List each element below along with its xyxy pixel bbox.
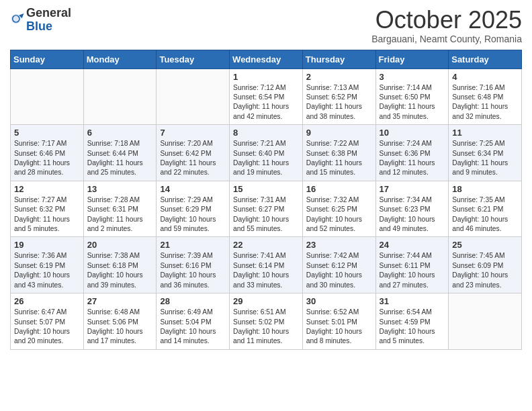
day-info: Sunrise: 7:16 AMSunset: 6:48 PMDaylight:…	[452, 83, 519, 122]
day-info: Sunrise: 7:34 AMSunset: 6:23 PMDaylight:…	[380, 195, 446, 234]
day-number: 17	[380, 184, 446, 194]
day-number: 29	[233, 296, 300, 306]
calendar-cell: 5Sunrise: 7:17 AMSunset: 6:46 PMDaylight…	[11, 125, 84, 181]
calendar-cell: 24Sunrise: 7:44 AMSunset: 6:11 PMDayligh…	[375, 237, 449, 293]
calendar-header-row: SundayMondayTuesdayWednesdayThursdayFrid…	[11, 50, 522, 68]
day-number: 13	[87, 184, 154, 194]
day-number: 22	[233, 240, 300, 250]
calendar-cell: 10Sunrise: 7:24 AMSunset: 6:36 PMDayligh…	[375, 125, 449, 181]
calendar-cell: 22Sunrise: 7:41 AMSunset: 6:14 PMDayligh…	[230, 237, 303, 293]
calendar-cell: 23Sunrise: 7:42 AMSunset: 6:12 PMDayligh…	[302, 237, 375, 293]
logo-icon	[10, 11, 25, 26]
month-title: October 2025	[371, 7, 522, 34]
day-info: Sunrise: 7:25 AMSunset: 6:34 PMDaylight:…	[452, 139, 519, 178]
calendar-cell: 6Sunrise: 7:18 AMSunset: 6:44 PMDaylight…	[83, 125, 157, 181]
calendar-cell: 18Sunrise: 7:35 AMSunset: 6:21 PMDayligh…	[449, 181, 522, 237]
title-block: October 2025 Bargauani, Neamt County, Ro…	[371, 7, 522, 44]
day-number: 1	[233, 72, 300, 82]
day-info: Sunrise: 6:51 AMSunset: 5:02 PMDaylight:…	[233, 308, 300, 347]
calendar-cell: 30Sunrise: 6:52 AMSunset: 5:01 PMDayligh…	[302, 293, 375, 350]
day-info: Sunrise: 7:44 AMSunset: 6:11 PMDaylight:…	[380, 251, 446, 290]
calendar-cell	[157, 68, 230, 125]
calendar-cell: 1Sunrise: 7:12 AMSunset: 6:54 PMDaylight…	[230, 68, 303, 125]
day-info: Sunrise: 7:29 AMSunset: 6:29 PMDaylight:…	[160, 195, 226, 234]
day-number: 16	[306, 184, 373, 194]
day-number: 27	[87, 296, 154, 306]
day-number: 25	[452, 240, 519, 250]
calendar-cell: 16Sunrise: 7:32 AMSunset: 6:25 PMDayligh…	[302, 181, 375, 237]
calendar-week-row: 19Sunrise: 7:36 AMSunset: 6:19 PMDayligh…	[11, 237, 522, 293]
day-number: 20	[87, 240, 154, 250]
day-number: 26	[14, 296, 81, 306]
location-subtitle: Bargauani, Neamt County, Romania	[371, 34, 522, 44]
calendar-cell: 25Sunrise: 7:45 AMSunset: 6:09 PMDayligh…	[449, 237, 522, 293]
calendar-cell: 27Sunrise: 6:48 AMSunset: 5:06 PMDayligh…	[83, 293, 157, 350]
day-header-tuesday: Tuesday	[157, 50, 230, 68]
day-info: Sunrise: 6:48 AMSunset: 5:06 PMDaylight:…	[87, 308, 154, 347]
day-number: 19	[14, 240, 81, 250]
day-info: Sunrise: 7:36 AMSunset: 6:19 PMDaylight:…	[14, 251, 81, 290]
day-number: 18	[452, 184, 519, 194]
calendar-cell: 20Sunrise: 7:38 AMSunset: 6:18 PMDayligh…	[83, 237, 157, 293]
day-info: Sunrise: 6:54 AMSunset: 4:59 PMDaylight:…	[380, 308, 446, 347]
day-number: 24	[380, 240, 446, 250]
day-number: 31	[380, 296, 446, 306]
calendar-cell: 4Sunrise: 7:16 AMSunset: 6:48 PMDaylight…	[449, 68, 522, 125]
day-number: 9	[306, 128, 373, 138]
calendar-cell: 14Sunrise: 7:29 AMSunset: 6:29 PMDayligh…	[157, 181, 230, 237]
day-info: Sunrise: 7:38 AMSunset: 6:18 PMDaylight:…	[87, 251, 154, 290]
calendar-week-row: 5Sunrise: 7:17 AMSunset: 6:46 PMDaylight…	[11, 125, 522, 181]
day-number: 2	[306, 72, 373, 82]
day-number: 30	[306, 296, 373, 306]
calendar-cell: 21Sunrise: 7:39 AMSunset: 6:16 PMDayligh…	[157, 237, 230, 293]
day-number: 3	[380, 72, 446, 82]
calendar-week-row: 12Sunrise: 7:27 AMSunset: 6:32 PMDayligh…	[11, 181, 522, 237]
day-header-sunday: Sunday	[11, 50, 84, 68]
calendar-cell: 11Sunrise: 7:25 AMSunset: 6:34 PMDayligh…	[449, 125, 522, 181]
calendar-cell: 28Sunrise: 6:49 AMSunset: 5:04 PMDayligh…	[157, 293, 230, 350]
calendar-cell: 12Sunrise: 7:27 AMSunset: 6:32 PMDayligh…	[11, 181, 84, 237]
day-number: 21	[160, 240, 226, 250]
day-number: 14	[160, 184, 226, 194]
day-number: 5	[14, 128, 81, 138]
day-header-saturday: Saturday	[449, 50, 522, 68]
day-info: Sunrise: 7:31 AMSunset: 6:27 PMDaylight:…	[233, 195, 300, 234]
day-number: 7	[160, 128, 226, 138]
day-number: 11	[452, 128, 519, 138]
day-header-thursday: Thursday	[302, 50, 375, 68]
day-number: 12	[14, 184, 81, 194]
calendar-table: SundayMondayTuesdayWednesdayThursdayFrid…	[10, 50, 522, 350]
day-info: Sunrise: 7:12 AMSunset: 6:54 PMDaylight:…	[233, 83, 300, 122]
day-header-friday: Friday	[375, 50, 449, 68]
day-info: Sunrise: 7:41 AMSunset: 6:14 PMDaylight:…	[233, 251, 300, 290]
day-info: Sunrise: 6:52 AMSunset: 5:01 PMDaylight:…	[306, 308, 373, 347]
day-info: Sunrise: 7:14 AMSunset: 6:50 PMDaylight:…	[380, 83, 446, 122]
calendar-cell: 2Sunrise: 7:13 AMSunset: 6:52 PMDaylight…	[302, 68, 375, 125]
day-info: Sunrise: 7:35 AMSunset: 6:21 PMDaylight:…	[452, 195, 519, 234]
day-info: Sunrise: 6:49 AMSunset: 5:04 PMDaylight:…	[160, 308, 226, 347]
calendar-cell: 13Sunrise: 7:28 AMSunset: 6:31 PMDayligh…	[83, 181, 157, 237]
logo-blue-text: Blue	[26, 19, 52, 33]
day-number: 28	[160, 296, 226, 306]
day-number: 10	[380, 128, 446, 138]
calendar-cell: 17Sunrise: 7:34 AMSunset: 6:23 PMDayligh…	[375, 181, 449, 237]
calendar-cell	[11, 68, 84, 125]
calendar-cell: 3Sunrise: 7:14 AMSunset: 6:50 PMDaylight…	[375, 68, 449, 125]
calendar-cell: 31Sunrise: 6:54 AMSunset: 4:59 PMDayligh…	[375, 293, 449, 350]
day-info: Sunrise: 7:22 AMSunset: 6:38 PMDaylight:…	[306, 139, 373, 178]
day-info: Sunrise: 7:18 AMSunset: 6:44 PMDaylight:…	[87, 139, 154, 178]
calendar-cell: 29Sunrise: 6:51 AMSunset: 5:02 PMDayligh…	[230, 293, 303, 350]
day-number: 23	[306, 240, 373, 250]
calendar-cell: 7Sunrise: 7:20 AMSunset: 6:42 PMDaylight…	[157, 125, 230, 181]
header: General Blue October 2025 Bargauani, Nea…	[10, 7, 522, 44]
day-header-wednesday: Wednesday	[230, 50, 303, 68]
day-info: Sunrise: 7:13 AMSunset: 6:52 PMDaylight:…	[306, 83, 373, 122]
calendar-week-row: 1Sunrise: 7:12 AMSunset: 6:54 PMDaylight…	[11, 68, 522, 125]
day-info: Sunrise: 7:21 AMSunset: 6:40 PMDaylight:…	[233, 139, 300, 178]
logo-general-text: General	[26, 6, 71, 19]
calendar-cell	[449, 293, 522, 350]
calendar-cell: 15Sunrise: 7:31 AMSunset: 6:27 PMDayligh…	[230, 181, 303, 237]
day-number: 8	[233, 128, 300, 138]
calendar-container: General Blue October 2025 Bargauani, Nea…	[0, 0, 532, 360]
calendar-cell	[83, 68, 157, 125]
